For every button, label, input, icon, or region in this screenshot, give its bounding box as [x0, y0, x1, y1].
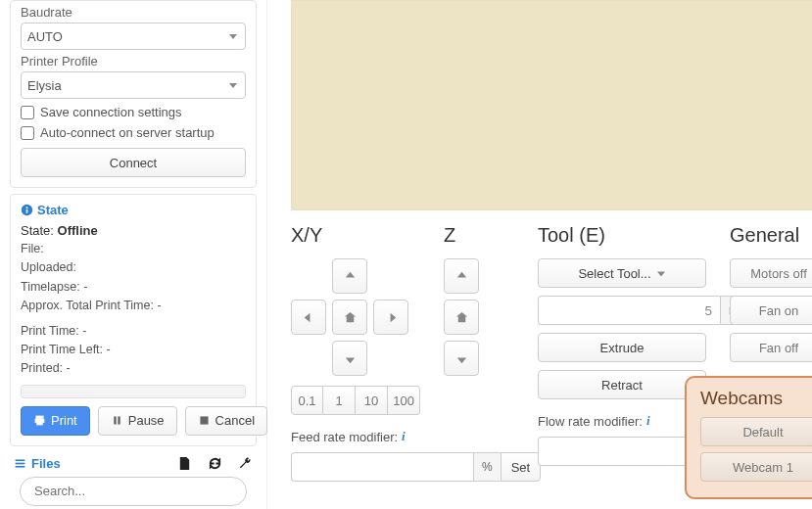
connection-panel: Baudrate AUTO Printer Profile Elysia Sav…: [10, 0, 257, 188]
xy-heading: X/Y: [291, 224, 420, 247]
home-icon: [343, 310, 358, 325]
z-column: Z: [444, 224, 514, 482]
x-plus-button[interactable]: [373, 300, 408, 335]
uploaded-line: Uploaded:: [21, 258, 246, 277]
save-connection-label: Save connection settings: [40, 105, 182, 119]
z-home-button[interactable]: [444, 300, 479, 335]
wrench-icon[interactable]: [238, 456, 253, 471]
svg-rect-1: [26, 209, 28, 213]
svg-rect-6: [114, 417, 116, 425]
print-button[interactable]: Print: [21, 406, 90, 436]
webcams-heading: Webcams: [700, 388, 812, 409]
retract-button[interactable]: Retract: [538, 370, 706, 399]
state-panel: State State: Offline File: Uploaded: Tim…: [10, 194, 257, 446]
cancel-button[interactable]: Cancel: [185, 406, 267, 436]
fan-on-button[interactable]: Fan on: [730, 296, 812, 325]
info-icon[interactable]: i: [402, 429, 406, 444]
svg-rect-8: [200, 417, 208, 425]
home-icon: [454, 310, 469, 325]
step-buttons: 0.1 1 10 100: [291, 386, 420, 415]
feed-rate-label: Feed rate modifier: i: [291, 429, 420, 444]
refresh-icon[interactable]: [208, 456, 222, 471]
connect-button[interactable]: Connect: [21, 148, 246, 177]
arrow-up-icon: [343, 269, 358, 284]
info-icon: [21, 204, 33, 216]
xy-home-button[interactable]: [332, 300, 367, 335]
save-connection-row[interactable]: Save connection settings: [21, 105, 246, 119]
state-line: State: Offline: [21, 223, 246, 238]
printer-profile-label: Printer Profile: [21, 54, 246, 69]
baudrate-label: Baudrate: [21, 5, 246, 20]
svg-rect-4: [35, 419, 45, 423]
auto-connect-row[interactable]: Auto-connect on server startup: [21, 125, 246, 140]
printtimeleft-line: Print Time Left: -: [21, 341, 246, 359]
svg-rect-3: [35, 416, 43, 419]
print-icon: [33, 414, 46, 427]
pause-icon: [111, 414, 123, 427]
svg-rect-7: [118, 417, 119, 425]
motors-off-button[interactable]: Motors off: [730, 258, 812, 288]
caret-down-icon: [656, 267, 666, 280]
z-heading: Z: [444, 224, 514, 247]
arrow-right-icon: [384, 310, 399, 325]
webcam-1-button[interactable]: Webcam 1: [700, 452, 812, 482]
tool-column: Tool (E) Select Tool... mm Extrude Retra…: [538, 224, 706, 482]
search-input[interactable]: [20, 477, 247, 506]
step-100-button[interactable]: 100: [388, 386, 420, 415]
file-line: File:: [21, 240, 246, 258]
flow-rate-label: Flow rate modifier: i: [538, 413, 706, 429]
info-icon[interactable]: i: [646, 413, 650, 429]
step-1-button[interactable]: 1: [323, 386, 356, 415]
save-connection-checkbox[interactable]: [21, 106, 34, 119]
approx-line: Approx. Total Print Time: -: [21, 297, 246, 315]
z-plus-button[interactable]: [444, 258, 479, 294]
step-0-1-button[interactable]: 0.1: [291, 386, 323, 415]
svg-rect-2: [26, 207, 28, 208]
printtime-line: Print Time: -: [21, 322, 246, 341]
auto-connect-label: Auto-connect on server startup: [40, 125, 215, 140]
list-icon: [14, 457, 26, 470]
svg-rect-5: [36, 423, 43, 425]
auto-connect-checkbox[interactable]: [21, 126, 34, 140]
files-panel: Files: [10, 452, 257, 509]
arrow-down-icon: [343, 351, 358, 366]
printed-line: Printed: -: [21, 359, 246, 378]
z-minus-button[interactable]: [444, 341, 479, 376]
x-minus-button[interactable]: [291, 300, 326, 335]
extrude-amount-input[interactable]: [538, 296, 720, 325]
extrude-button[interactable]: Extrude: [538, 333, 706, 362]
xy-column: X/Y 0.1 1 10 100: [291, 224, 420, 482]
webcam-preview: [291, 0, 812, 210]
svg-rect-10: [16, 462, 25, 464]
tool-heading: Tool (E): [538, 224, 706, 247]
svg-rect-9: [16, 459, 25, 461]
y-plus-button[interactable]: [332, 258, 367, 294]
state-heading[interactable]: State: [21, 203, 246, 217]
tool-select-button[interactable]: Select Tool...: [538, 258, 706, 288]
printer-profile-select[interactable]: Elysia: [21, 71, 246, 99]
arrow-up-icon: [454, 269, 469, 284]
webcam-default-button[interactable]: Default: [700, 417, 812, 446]
arrow-left-icon: [302, 310, 316, 325]
cancel-icon: [198, 414, 211, 427]
step-10-button[interactable]: 10: [356, 386, 388, 415]
progress-bar: [21, 385, 246, 398]
timelapse-line: Timelapse: -: [21, 278, 246, 297]
arrow-down-icon: [454, 351, 469, 366]
file-icon[interactable]: [177, 456, 192, 471]
general-heading: General: [730, 224, 812, 247]
y-minus-button[interactable]: [332, 341, 367, 376]
pause-button[interactable]: Pause: [98, 406, 177, 436]
webcams-panel: Webcams Default Webcam 1: [685, 376, 812, 499]
fan-off-button[interactable]: Fan off: [730, 333, 812, 362]
baudrate-select[interactable]: AUTO: [21, 23, 246, 50]
svg-rect-11: [16, 466, 25, 468]
files-heading[interactable]: Files: [14, 456, 61, 471]
